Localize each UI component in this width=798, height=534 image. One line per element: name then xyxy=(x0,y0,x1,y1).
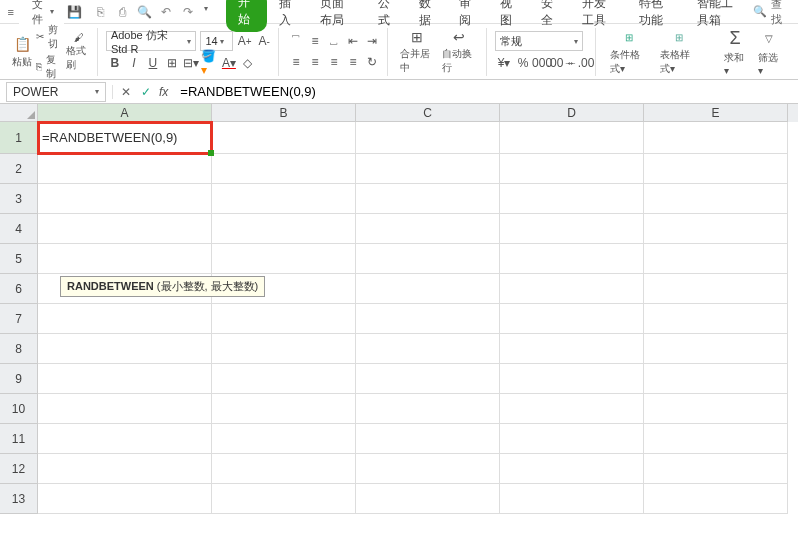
save-icon[interactable]: 💾 xyxy=(66,2,83,22)
cell-A13[interactable] xyxy=(38,484,212,514)
cell-B10[interactable] xyxy=(212,394,356,424)
border-button[interactable]: ⊞ xyxy=(163,54,181,72)
cell-D12[interactable] xyxy=(500,454,644,484)
font-size-combo[interactable]: 14 ▾ xyxy=(200,31,232,51)
cancel-formula-icon[interactable]: ✕ xyxy=(119,85,133,99)
column-header-D[interactable]: D xyxy=(500,104,644,122)
formula-input[interactable] xyxy=(174,82,798,102)
cell-D3[interactable] xyxy=(500,184,644,214)
cell-D8[interactable] xyxy=(500,334,644,364)
align-left-icon[interactable]: ≡ xyxy=(287,53,305,71)
row-header-5[interactable]: 5 xyxy=(0,244,38,274)
align-center-icon[interactable]: ≡ xyxy=(306,53,324,71)
cell-E4[interactable] xyxy=(644,214,788,244)
bold-button[interactable]: B xyxy=(106,54,124,72)
cell-A8[interactable] xyxy=(38,334,212,364)
cell-D1[interactable] xyxy=(500,122,644,154)
decrease-font-icon[interactable]: A- xyxy=(256,32,272,50)
number-format-combo[interactable]: 常规 ▾ xyxy=(495,31,583,51)
row-header-2[interactable]: 2 xyxy=(0,154,38,184)
cell-C5[interactable] xyxy=(356,244,500,274)
cell-E12[interactable] xyxy=(644,454,788,484)
cell-C9[interactable] xyxy=(356,364,500,394)
row-header-11[interactable]: 11 xyxy=(0,424,38,454)
cell-C13[interactable] xyxy=(356,484,500,514)
conditional-format-button[interactable]: ⊞ 条件格式▾ xyxy=(604,28,654,76)
currency-icon[interactable]: ¥▾ xyxy=(495,54,513,72)
italic-button[interactable]: I xyxy=(125,54,143,72)
accept-formula-icon[interactable]: ✓ xyxy=(139,85,153,99)
cell-A4[interactable] xyxy=(38,214,212,244)
cell-B1[interactable] xyxy=(212,122,356,154)
cell-C6[interactable] xyxy=(356,274,500,304)
row-header-6[interactable]: 6 xyxy=(0,274,38,304)
align-right-icon[interactable]: ≡ xyxy=(325,53,343,71)
orientation-icon[interactable]: ↻ xyxy=(363,53,381,71)
cell-A10[interactable] xyxy=(38,394,212,424)
cell-B11[interactable] xyxy=(212,424,356,454)
paste-button[interactable]: 📋 粘贴 xyxy=(12,34,32,69)
cell-B8[interactable] xyxy=(212,334,356,364)
cell-C10[interactable] xyxy=(356,394,500,424)
fill-color-button[interactable]: 🪣▾ xyxy=(201,54,219,72)
clear-format-button[interactable]: ◇ xyxy=(239,54,257,72)
cell-E6[interactable] xyxy=(644,274,788,304)
print-icon[interactable]: ⎙ xyxy=(114,4,130,20)
cell-D9[interactable] xyxy=(500,364,644,394)
row-header-13[interactable]: 13 xyxy=(0,484,38,514)
cell-B7[interactable] xyxy=(212,304,356,334)
cell-C2[interactable] xyxy=(356,154,500,184)
cell-D13[interactable] xyxy=(500,484,644,514)
cell-D5[interactable] xyxy=(500,244,644,274)
cell-C8[interactable] xyxy=(356,334,500,364)
cut-button[interactable]: ✂ 剪切 xyxy=(36,23,62,51)
cell-D10[interactable] xyxy=(500,394,644,424)
increase-indent-icon[interactable]: ⇥ xyxy=(363,32,381,50)
cell-A2[interactable] xyxy=(38,154,212,184)
cell-E3[interactable] xyxy=(644,184,788,214)
cell-E2[interactable] xyxy=(644,154,788,184)
column-header-C[interactable]: C xyxy=(356,104,500,122)
more-border-button[interactable]: ⊟▾ xyxy=(182,54,200,72)
cell-B2[interactable] xyxy=(212,154,356,184)
cell-A7[interactable] xyxy=(38,304,212,334)
copy-button[interactable]: ⎘ 复制 xyxy=(36,53,62,81)
cell-B12[interactable] xyxy=(212,454,356,484)
cell-E11[interactable] xyxy=(644,424,788,454)
cell-B5[interactable] xyxy=(212,244,356,274)
cell-A1[interactable]: =RANDBETWEEN(0,9) xyxy=(38,122,212,154)
table-style-button[interactable]: ⊞ 表格样式▾ xyxy=(654,28,704,76)
align-middle-icon[interactable]: ≡ xyxy=(306,32,324,50)
cell-E7[interactable] xyxy=(644,304,788,334)
column-header-E[interactable]: E xyxy=(644,104,788,122)
row-header-3[interactable]: 3 xyxy=(0,184,38,214)
cell-A3[interactable] xyxy=(38,184,212,214)
qat-dropdown-icon[interactable]: ▾ xyxy=(204,4,208,20)
row-header-10[interactable]: 10 xyxy=(0,394,38,424)
row-header-4[interactable]: 4 xyxy=(0,214,38,244)
undo-icon[interactable]: ↶ xyxy=(158,4,174,20)
row-header-1[interactable]: 1 xyxy=(0,122,38,154)
format-painter-button[interactable]: 🖌 格式刷 xyxy=(66,32,91,72)
underline-button[interactable]: U xyxy=(144,54,162,72)
increase-font-icon[interactable]: A+ xyxy=(237,32,253,50)
cell-A9[interactable] xyxy=(38,364,212,394)
cell-E8[interactable] xyxy=(644,334,788,364)
cell-B3[interactable] xyxy=(212,184,356,214)
cell-D2[interactable] xyxy=(500,154,644,184)
cell-C11[interactable] xyxy=(356,424,500,454)
row-header-12[interactable]: 12 xyxy=(0,454,38,484)
cell-B4[interactable] xyxy=(212,214,356,244)
fx-icon[interactable]: fx xyxy=(159,85,168,99)
cell-B13[interactable] xyxy=(212,484,356,514)
cell-C12[interactable] xyxy=(356,454,500,484)
row-header-9[interactable]: 9 xyxy=(0,364,38,394)
open-icon[interactable]: ⎘ xyxy=(92,4,108,20)
search-box[interactable]: 🔍 查找 xyxy=(753,0,794,27)
percent-icon[interactable]: % xyxy=(514,54,532,72)
align-top-icon[interactable]: ⎴ xyxy=(287,32,305,50)
decrease-decimal-icon[interactable]: ←.00 xyxy=(571,54,589,72)
column-header-B[interactable]: B xyxy=(212,104,356,122)
cells-area[interactable]: =RANDBETWEEN(0,9) xyxy=(38,122,798,534)
cell-D6[interactable] xyxy=(500,274,644,304)
